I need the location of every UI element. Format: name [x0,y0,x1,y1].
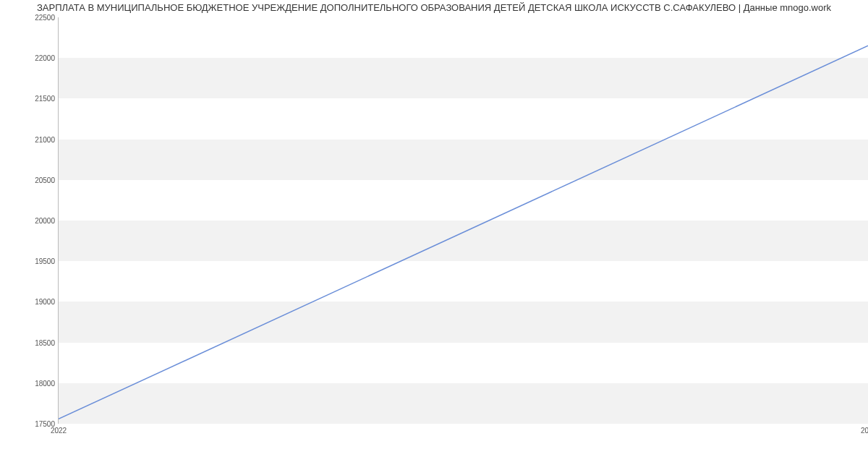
y-tick-label: 18000 [30,379,55,387]
plot-area: 1750018000185001900019500200002050021000… [58,17,868,424]
y-tick-label: 19500 [30,257,55,265]
x-tick-label: 2022 [51,427,67,435]
y-tick-label: 19000 [30,298,55,306]
y-tick-label: 22500 [30,14,55,22]
y-tick-label: 18500 [30,338,55,346]
y-tick-label: 21500 [30,95,55,103]
chart-line [59,17,868,423]
chart-container: 1750018000185001900019500200002050021000… [29,17,868,437]
x-tick-label: 2024 [861,427,868,435]
y-tick-label: 21000 [30,135,55,143]
y-tick-label: 20500 [30,176,55,184]
chart-title: ЗАРПЛАТА В МУНИЦИПАЛЬНОЕ БЮДЖЕТНОЕ УЧРЕЖ… [0,2,868,13]
y-tick-label: 20000 [30,217,55,225]
y-tick-label: 22000 [30,54,55,62]
